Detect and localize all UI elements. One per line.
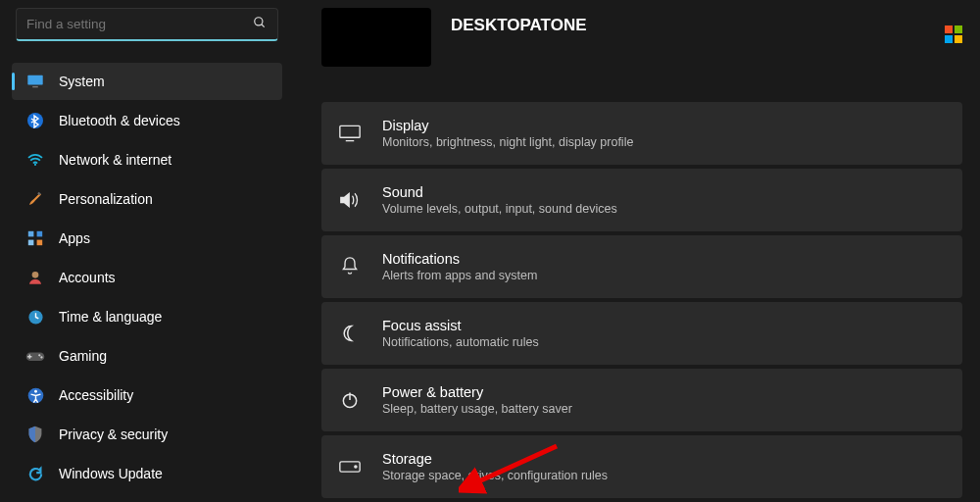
svg-point-23 <box>355 466 357 468</box>
sidebar-item-label: System <box>59 74 105 89</box>
sidebar-item-label: Privacy & security <box>59 427 168 442</box>
sidebar-item-bluetooth-devices[interactable]: Bluetooth & devices <box>12 102 282 139</box>
header: DESKTOPATONE <box>321 8 962 67</box>
game-icon <box>25 346 45 366</box>
moon-icon <box>339 323 361 344</box>
nav-list: SystemBluetooth & devicesNetwork & inter… <box>12 63 282 492</box>
sidebar-item-accessibility[interactable]: Accessibility <box>12 376 282 414</box>
sidebar-item-label: Personalization <box>59 191 153 207</box>
sidebar-item-apps[interactable]: Apps <box>12 220 282 257</box>
card-display[interactable]: DisplayMonitors, brightness, night light… <box>321 102 962 165</box>
svg-rect-9 <box>28 240 34 246</box>
shield-icon <box>25 425 45 444</box>
svg-rect-2 <box>27 75 42 85</box>
card-storage[interactable]: StorageStorage space, drives, configurat… <box>321 435 962 498</box>
card-sound[interactable]: SoundVolume levels, output, input, sound… <box>321 169 962 231</box>
monitor-outline-icon <box>339 123 361 144</box>
card-title: Storage <box>382 451 608 467</box>
avatar <box>321 8 431 67</box>
svg-point-14 <box>38 354 40 356</box>
bell-icon <box>339 256 361 277</box>
card-power-battery[interactable]: Power & batterySleep, battery usage, bat… <box>321 369 962 431</box>
windows-logo-icon <box>945 25 962 43</box>
card-subtitle: Volume levels, output, input, sound devi… <box>382 202 617 216</box>
clock-icon <box>25 307 45 326</box>
search-box <box>16 8 278 41</box>
card-title: Sound <box>382 184 617 200</box>
person-icon <box>25 268 45 287</box>
sidebar-item-system[interactable]: System <box>12 63 282 100</box>
card-subtitle: Sleep, battery usage, battery saver <box>382 402 572 416</box>
sidebar-item-accounts[interactable]: Accounts <box>12 259 282 296</box>
speaker-icon <box>339 189 361 211</box>
sidebar-item-privacy-security[interactable]: Privacy & security <box>12 416 282 453</box>
card-subtitle: Alerts from apps and system <box>382 269 537 282</box>
sidebar-item-label: Apps <box>59 230 90 246</box>
settings-cards: DisplayMonitors, brightness, night light… <box>321 102 962 498</box>
svg-point-17 <box>34 389 37 392</box>
sidebar-item-time-language[interactable]: Time & language <box>12 298 282 335</box>
accessibility-icon <box>25 385 45 405</box>
sidebar-item-network-internet[interactable]: Network & internet <box>12 141 282 178</box>
sidebar-item-label: Bluetooth & devices <box>59 113 180 128</box>
svg-rect-3 <box>32 86 38 87</box>
search-input[interactable] <box>16 8 278 41</box>
storage-icon <box>339 456 361 477</box>
sidebar-item-label: Accounts <box>59 270 116 285</box>
card-focus-assist[interactable]: Focus assistNotifications, automatic rul… <box>321 302 962 365</box>
card-title: Display <box>382 118 633 133</box>
main-panel: DESKTOPATONE DisplayMonitors, brightness… <box>294 0 980 502</box>
card-subtitle: Monitors, brightness, night light, displ… <box>382 135 633 149</box>
sidebar-item-label: Time & language <box>59 309 162 325</box>
svg-rect-10 <box>37 240 43 246</box>
card-subtitle: Storage space, drives, configuration rul… <box>382 469 608 482</box>
card-title: Power & battery <box>382 384 572 400</box>
device-name: DESKTOPATONE <box>451 16 587 35</box>
sidebar-item-windows-update[interactable]: Windows Update <box>12 455 282 492</box>
sidebar-item-personalization[interactable]: Personalization <box>12 180 282 218</box>
sidebar-item-gaming[interactable]: Gaming <box>12 337 282 375</box>
bluetooth-icon <box>25 111 45 130</box>
wifi-icon <box>25 150 45 170</box>
svg-rect-18 <box>340 126 360 137</box>
card-notifications[interactable]: NotificationsAlerts from apps and system <box>321 235 962 298</box>
sidebar-item-label: Network & internet <box>59 152 172 168</box>
card-title: Focus assist <box>382 318 539 333</box>
sidebar-item-label: Gaming <box>59 348 107 364</box>
sidebar-item-label: Accessibility <box>59 387 133 403</box>
brush-icon <box>25 189 45 209</box>
svg-point-5 <box>34 164 36 166</box>
sidebar-item-label: Windows Update <box>59 466 163 481</box>
svg-rect-7 <box>28 231 34 237</box>
svg-rect-8 <box>37 231 43 237</box>
power-icon <box>339 389 361 411</box>
update-icon <box>25 464 45 483</box>
display-color-icon <box>25 72 45 91</box>
card-subtitle: Notifications, automatic rules <box>382 335 539 349</box>
svg-point-15 <box>40 356 42 358</box>
card-title: Notifications <box>382 251 537 267</box>
sidebar: SystemBluetooth & devicesNetwork & inter… <box>0 0 294 502</box>
svg-point-11 <box>32 272 39 278</box>
apps-icon <box>25 228 45 248</box>
